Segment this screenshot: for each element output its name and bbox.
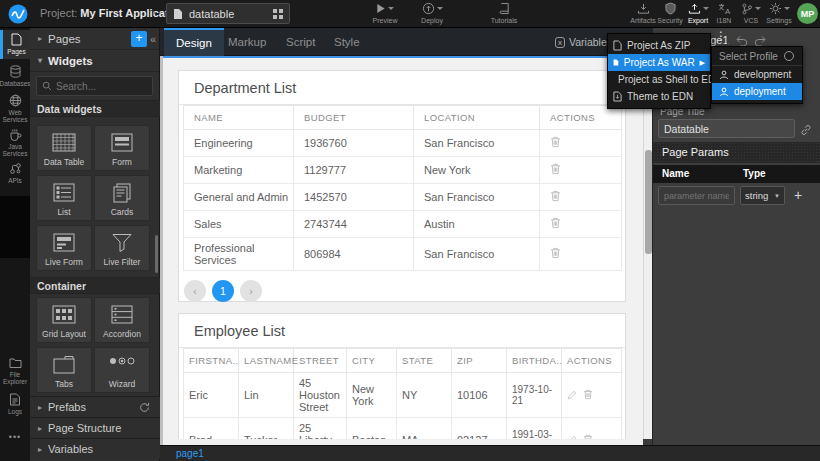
column-header[interactable]: STREET bbox=[294, 349, 347, 373]
deploy-button[interactable]: Deploy bbox=[410, 2, 454, 27]
widget-search-input[interactable] bbox=[56, 81, 146, 92]
user-avatar[interactable]: MP bbox=[797, 3, 818, 24]
column-header[interactable]: FIRSTNA.. bbox=[184, 349, 239, 373]
widget-grid-layout[interactable]: Grid Layout bbox=[36, 297, 92, 343]
add-page-button[interactable]: + bbox=[131, 31, 147, 47]
column-header[interactable]: LASTNAME bbox=[239, 349, 294, 373]
table-cell: 10106 bbox=[452, 373, 507, 418]
more-options-icon[interactable]: ⋮ bbox=[715, 33, 723, 39]
rail-item-web-services[interactable]: Web Services bbox=[0, 91, 30, 125]
profile-submenu: Select Profile development deployment bbox=[711, 46, 803, 104]
widget-live-filter[interactable]: Live Filter bbox=[94, 225, 150, 271]
table-cell: New York bbox=[414, 157, 540, 184]
column-header[interactable]: ACTIONS bbox=[540, 106, 622, 130]
rail-item-logs[interactable]: Logs bbox=[0, 390, 30, 418]
delete-icon[interactable] bbox=[550, 136, 561, 150]
project-name[interactable]: Project: My First Application bbox=[40, 7, 185, 19]
employee-table-widget[interactable]: Employee List FIRSTNA.. LASTNAME STREET … bbox=[178, 313, 626, 439]
current-page-button[interactable]: 1 bbox=[212, 280, 234, 302]
menu-item-theme-edn[interactable]: Theme to EDN bbox=[608, 88, 710, 105]
tab-markup[interactable]: Markup bbox=[216, 28, 278, 56]
rail-item-databases[interactable]: Databases bbox=[0, 62, 30, 89]
variable-icon: x bbox=[555, 37, 565, 48]
widget-live-form[interactable]: Live Form bbox=[36, 225, 92, 271]
panel-scrollbar[interactable] bbox=[155, 235, 158, 273]
variables-section[interactable]: ▸ Variables bbox=[30, 438, 160, 459]
widget-form[interactable]: Form bbox=[94, 125, 150, 171]
menu-item-project-as-war[interactable]: Project As WAR ▶ bbox=[608, 54, 710, 71]
table-cell: 1452570 bbox=[294, 184, 414, 211]
column-header[interactable]: ZIP bbox=[452, 349, 507, 373]
page-title-input[interactable] bbox=[658, 119, 795, 138]
param-type-select[interactable]: string ▼ bbox=[740, 186, 785, 205]
add-param-button[interactable]: + bbox=[790, 186, 806, 205]
rail-item-java-services[interactable]: Java Services bbox=[0, 125, 30, 159]
submenu-item-development[interactable]: development bbox=[712, 66, 802, 83]
column-header[interactable]: NAME bbox=[184, 106, 294, 130]
tutorials-button[interactable]: Tutorials bbox=[482, 2, 526, 27]
triangle-right-icon: ▸ bbox=[38, 424, 42, 433]
submenu-arrow-icon: ▶ bbox=[700, 59, 705, 67]
submenu-item-deployment[interactable]: deployment bbox=[712, 83, 802, 100]
widget-list[interactable]: List bbox=[36, 175, 92, 221]
column-header[interactable]: STATE bbox=[397, 349, 452, 373]
pages-section-header[interactable]: ▸ Pages + bbox=[30, 28, 159, 50]
bind-link-icon[interactable] bbox=[800, 122, 812, 140]
tab-script[interactable]: Script bbox=[274, 28, 327, 56]
canvas-toolbar: Design Markup Script Style x Variables -… bbox=[160, 28, 652, 56]
canvas-page[interactable]: Department List NAME BUDGET LOCATION ACT… bbox=[163, 56, 643, 439]
settings-button[interactable]: Settings bbox=[757, 2, 801, 27]
delete-icon[interactable] bbox=[550, 163, 561, 177]
widget-search[interactable] bbox=[36, 76, 153, 96]
table-cell: 1129777 bbox=[294, 157, 414, 184]
triangle-right-icon: ▸ bbox=[38, 34, 42, 43]
delete-icon[interactable] bbox=[550, 217, 561, 231]
widget-accordion[interactable]: Accordion bbox=[94, 297, 150, 343]
widget-data-table[interactable]: Data Table bbox=[36, 125, 92, 171]
column-header[interactable]: CITY bbox=[347, 349, 397, 373]
department-table-widget[interactable]: Department List NAME BUDGET LOCATION ACT… bbox=[178, 70, 626, 302]
tab-style[interactable]: Style bbox=[322, 28, 372, 56]
page-selector[interactable]: datatable bbox=[166, 3, 290, 24]
type-column-header: Type bbox=[743, 165, 766, 183]
delete-icon[interactable] bbox=[550, 190, 561, 204]
status-bar: page1 bbox=[160, 445, 820, 461]
column-header[interactable]: ACTIONS bbox=[562, 349, 622, 373]
chevron-down-icon bbox=[784, 7, 790, 10]
delete-icon[interactable] bbox=[550, 247, 561, 261]
table-cell: Tucker bbox=[239, 418, 294, 440]
rail-more-icon[interactable]: ••• bbox=[0, 432, 30, 442]
widget-cards[interactable]: Cards bbox=[94, 175, 150, 221]
refresh-icon[interactable] bbox=[139, 402, 150, 413]
widgets-section-header[interactable]: ▾ Widgets bbox=[30, 50, 159, 72]
table-cell: Professional Services bbox=[184, 238, 294, 271]
scrollbar-thumb[interactable] bbox=[645, 150, 652, 254]
tab-design[interactable]: Design bbox=[164, 28, 224, 56]
prev-page-button[interactable]: ‹ bbox=[184, 280, 206, 302]
delete-icon[interactable] bbox=[583, 389, 593, 402]
param-name-input[interactable] bbox=[658, 186, 735, 205]
menu-item-project-shell-edn[interactable]: Project as Shell to EDN bbox=[608, 71, 710, 88]
column-header[interactable]: LOCATION bbox=[414, 106, 540, 130]
edit-icon[interactable] bbox=[567, 390, 577, 402]
chevron-down-icon bbox=[437, 7, 443, 10]
rail-item-file-explorer[interactable]: File Explorer bbox=[0, 354, 30, 388]
prefabs-section[interactable]: ▸ Prefabs bbox=[30, 396, 160, 417]
rail-item-pages[interactable]: Pages bbox=[0, 30, 30, 59]
actions-cell bbox=[540, 238, 622, 271]
page-structure-section[interactable]: ▸ Page Structure bbox=[30, 417, 160, 438]
next-page-button[interactable]: › bbox=[240, 280, 262, 302]
column-header[interactable]: BUDGET bbox=[294, 106, 414, 130]
log-icon bbox=[9, 393, 21, 406]
preview-button[interactable]: Preview bbox=[363, 2, 407, 27]
column-header[interactable]: BIRTHDA.. bbox=[507, 349, 562, 373]
page-tab[interactable]: page1 bbox=[176, 448, 204, 459]
wavemaker-logo-icon[interactable] bbox=[8, 4, 28, 24]
menu-item-project-as-zip[interactable]: Project As ZIP bbox=[608, 37, 710, 54]
collapse-panel-button[interactable]: « bbox=[150, 33, 156, 45]
widget-wizard[interactable]: Wizard bbox=[94, 347, 150, 393]
widget-tabs[interactable]: Tabs bbox=[36, 347, 92, 393]
canvas-vertical-scrollbar[interactable] bbox=[643, 56, 652, 439]
rail-item-apis[interactable]: APIs bbox=[0, 159, 30, 187]
employee-table-title: Employee List bbox=[179, 314, 625, 348]
